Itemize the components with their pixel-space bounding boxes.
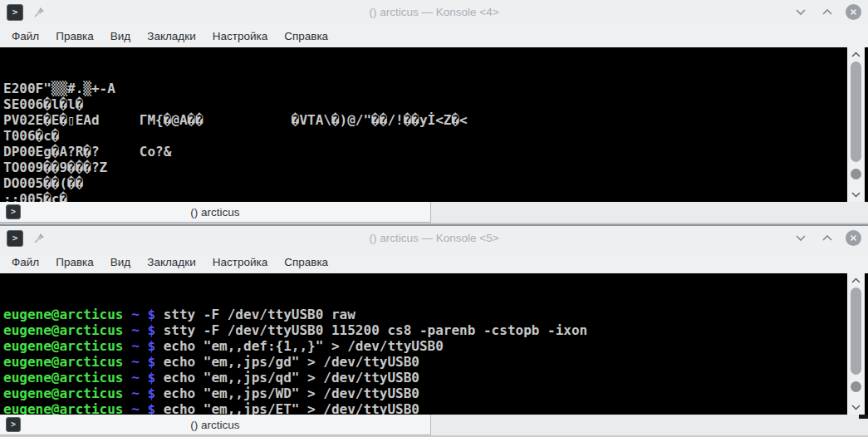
menu-item[interactable]: Настройка xyxy=(204,253,276,272)
close-icon xyxy=(850,8,857,16)
chevron-up-icon xyxy=(821,8,833,16)
menu-item[interactable]: Правка xyxy=(47,253,102,272)
menubar: ФайлПравкаВидЗакладкиНастройкаСправка xyxy=(0,250,868,273)
menu-item[interactable]: Файл xyxy=(3,253,47,272)
menu-item[interactable]: Правка xyxy=(47,27,102,46)
minimize-button[interactable] xyxy=(792,4,808,20)
window-title: () arcticus — Konsole <5> xyxy=(0,232,868,244)
konsole-window-4: > () arcticus — Konsole <4> ФайлПравкаВи… xyxy=(0,0,868,224)
terminal-output: E200F"▒▒#.▒+-ASE006�l�l�PV02E�E�▯EAd ΓM{… xyxy=(0,47,845,202)
scrollbar[interactable] xyxy=(847,273,865,415)
tab-arcticus[interactable]: > () arcticus xyxy=(0,415,431,435)
terminal-line: ::005�c� xyxy=(3,191,845,202)
close-button[interactable] xyxy=(846,4,861,20)
scrollbar-gap xyxy=(865,273,868,415)
scroll-down-icon[interactable] xyxy=(847,189,865,200)
maximize-button[interactable] xyxy=(819,4,835,20)
pin-icon[interactable] xyxy=(33,232,46,244)
scrollbar-dot xyxy=(851,381,861,392)
terminal-line: SE006�l�l� xyxy=(3,96,845,112)
terminal-line: eugene@arcticus ~ $ echo "em,,def:{1,,}"… xyxy=(3,338,845,354)
scroll-up-icon[interactable] xyxy=(847,275,865,287)
tab-arcticus[interactable]: > () arcticus xyxy=(0,202,431,223)
chevron-down-icon xyxy=(795,8,807,16)
close-icon xyxy=(850,234,857,242)
terminal-line: eugene@arcticus ~ $ echo "em,,jps/qd" > … xyxy=(3,370,845,385)
menu-item[interactable]: Справка xyxy=(276,253,336,272)
tabbar: > () arcticus xyxy=(0,415,868,437)
menu-item[interactable]: Настройка xyxy=(204,27,276,46)
tabbar-notch xyxy=(859,415,868,419)
pin-icon[interactable] xyxy=(33,6,46,18)
terminal-line: DO005��(�� xyxy=(3,175,845,191)
terminal-line: TO009��9���?Z xyxy=(3,160,845,175)
scrollbar-thumb[interactable] xyxy=(851,287,861,375)
terminal-line: eugene@arcticus ~ $ echo "em,,jps/gd" > … xyxy=(3,354,845,370)
menubar: ФайлПравкаВидЗакладкиНастройкаСправка xyxy=(0,24,868,47)
tab-label: () arcticus xyxy=(0,419,430,431)
terminal-line: eugene@arcticus ~ $ echo "em,,jps/WD" > … xyxy=(3,385,845,401)
close-button[interactable] xyxy=(846,230,861,246)
menu-item[interactable]: Закладки xyxy=(139,253,204,272)
maximize-button[interactable] xyxy=(819,230,835,246)
terminal-line: DP00Eg�A?R�? Co?& xyxy=(3,144,845,160)
tab-konsole-icon: > xyxy=(6,204,21,219)
menu-item[interactable]: Закладки xyxy=(139,27,204,46)
minimize-button[interactable] xyxy=(792,230,808,246)
chevron-up-icon xyxy=(821,234,833,242)
menu-item[interactable]: Файл xyxy=(3,27,47,46)
terminal-line: eugene@arcticus ~ $ echo "em,,jps/ET" > … xyxy=(3,401,845,415)
konsole-app-icon: > xyxy=(7,4,23,21)
scrollbar[interactable] xyxy=(847,47,865,202)
terminal-line: eugene@arcticus ~ $ stty -F /dev/ttyUSB0… xyxy=(3,307,845,322)
tabbar: > () arcticus xyxy=(0,202,868,224)
menu-item[interactable]: Вид xyxy=(102,27,139,46)
scrollbar-gap xyxy=(865,47,868,202)
chevron-down-icon xyxy=(795,234,807,242)
konsole-window-5: > () arcticus — Konsole <5> ФайлПравкаВи… xyxy=(0,224,868,437)
menu-item[interactable]: Справка xyxy=(276,27,336,46)
terminal-line: T006�c� xyxy=(3,128,845,144)
titlebar[interactable]: > () arcticus — Konsole <4> xyxy=(0,0,868,24)
konsole-app-icon: > xyxy=(7,230,23,247)
terminal-line: E200F"▒▒#.▒+-A xyxy=(3,81,845,96)
titlebar[interactable]: > () arcticus — Konsole <5> xyxy=(0,226,868,250)
terminal-view[interactable]: eugene@arcticus ~ $ stty -F /dev/ttyUSB0… xyxy=(0,273,868,415)
scroll-up-icon[interactable] xyxy=(847,49,865,61)
tab-label: () arcticus xyxy=(0,206,430,218)
window-title: () arcticus — Konsole <4> xyxy=(0,6,868,18)
terminal-line: eugene@arcticus ~ $ stty -F /dev/ttyUSB0… xyxy=(3,322,845,338)
scroll-down-icon[interactable] xyxy=(847,401,865,413)
scrollbar-thumb[interactable] xyxy=(851,61,861,162)
terminal-line: PV02E�E�▯EAd ΓM{�@A�� �VTA\�)@/"��/!��yİ… xyxy=(3,112,845,128)
terminal-view[interactable]: E200F"▒▒#.▒+-ASE006�l�l�PV02E�E�▯EAd ΓM{… xyxy=(0,47,868,202)
tab-konsole-icon: > xyxy=(6,417,21,432)
scrollbar-dot xyxy=(851,169,861,179)
menu-item[interactable]: Вид xyxy=(102,253,139,272)
terminal-output: eugene@arcticus ~ $ stty -F /dev/ttyUSB0… xyxy=(0,273,845,415)
